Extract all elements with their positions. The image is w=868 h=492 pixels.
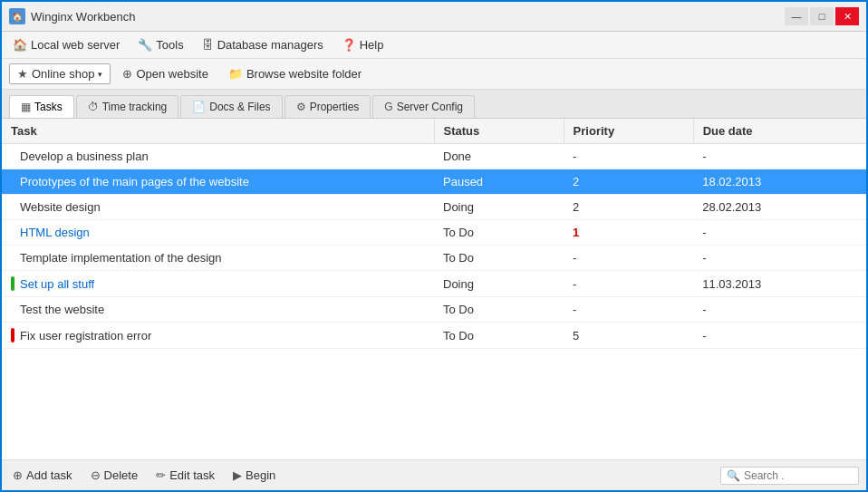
window-controls: — □ ✕ bbox=[785, 7, 859, 25]
table-header-row: Task Status Priority Due date bbox=[2, 119, 866, 144]
open-website-label: Open website bbox=[136, 67, 208, 81]
task-indicator-bar bbox=[11, 328, 14, 342]
task-priority: - bbox=[564, 297, 693, 323]
clock-icon: ⏱ bbox=[88, 101, 99, 113]
home-icon: 🏠 bbox=[13, 38, 27, 52]
minimize-button[interactable]: — bbox=[785, 7, 808, 25]
table-row[interactable]: Develop a business planDone-- bbox=[2, 144, 866, 169]
task-name: Develop a business plan bbox=[20, 150, 149, 163]
table-row[interactable]: HTML designTo Do1- bbox=[2, 220, 866, 246]
status-actions: ⊕ Add task ⊖ Delete ✏ Edit task ▶ Begin bbox=[9, 467, 279, 484]
search-input[interactable] bbox=[744, 469, 853, 482]
task-status: Doing bbox=[434, 271, 564, 297]
tab-time-tracking-label: Time tracking bbox=[102, 101, 168, 113]
task-cell: Test the website bbox=[11, 303, 425, 316]
tab-time-tracking[interactable]: ⏱ Time tracking bbox=[76, 95, 179, 118]
menu-help-label: Help bbox=[360, 38, 384, 52]
menu-tools[interactable]: 🔧 Tools bbox=[134, 36, 187, 53]
edit-task-button[interactable]: ✏ Edit task bbox=[152, 467, 218, 484]
table-row[interactable]: Website designDoing228.02.2013 bbox=[2, 195, 866, 220]
chevron-down-icon: ▾ bbox=[98, 70, 102, 79]
task-name: HTML design bbox=[20, 226, 90, 239]
close-button[interactable]: ✕ bbox=[835, 7, 859, 25]
table-row[interactable]: Prototypes of the main pages of the webs… bbox=[2, 169, 866, 195]
help-icon: ❓ bbox=[342, 38, 356, 52]
task-cell: HTML design bbox=[11, 226, 425, 239]
maximize-button[interactable]: □ bbox=[810, 7, 834, 25]
main-window: 🏠 Winginx Workbench — □ ✕ 🏠 Local web se… bbox=[0, 0, 868, 492]
begin-label: Begin bbox=[246, 468, 275, 482]
table-row[interactable]: Template implementation of the designTo … bbox=[2, 246, 866, 271]
tab-docs-files[interactable]: 📄 Docs & Files bbox=[180, 95, 282, 118]
search-icon: 🔍 bbox=[727, 469, 740, 482]
table-row[interactable]: Set up all stuffDoing-11.03.2013 bbox=[2, 271, 866, 297]
task-cell: Template implementation of the design bbox=[11, 251, 425, 265]
tab-server-config[interactable]: G Server Config bbox=[372, 95, 475, 118]
edit-icon: ✏ bbox=[156, 468, 166, 482]
delete-icon: ⊖ bbox=[91, 468, 101, 482]
globe-icon: ⊕ bbox=[122, 67, 132, 81]
tasks-icon: ▦ bbox=[21, 101, 31, 113]
database-icon: 🗄 bbox=[202, 38, 214, 52]
task-due-date: - bbox=[693, 144, 866, 169]
task-priority: 2 bbox=[564, 195, 693, 220]
open-website-button[interactable]: ⊕ Open website bbox=[114, 63, 217, 84]
menu-local-web-server[interactable]: 🏠 Local web server bbox=[9, 36, 123, 53]
tab-properties[interactable]: ⚙ Properties bbox=[285, 95, 371, 118]
task-name: Fix user registration error bbox=[20, 329, 151, 342]
task-name: Test the website bbox=[20, 303, 104, 316]
tools-icon: 🔧 bbox=[138, 38, 152, 52]
browse-folder-button[interactable]: 📁 Browse website folder bbox=[220, 63, 370, 84]
task-due-date: 28.02.2013 bbox=[693, 195, 866, 220]
folder-icon: 📁 bbox=[228, 67, 243, 81]
delete-label: Delete bbox=[104, 468, 139, 482]
task-due-date: - bbox=[693, 246, 866, 271]
task-priority: 2 bbox=[564, 169, 693, 195]
table-row[interactable]: Fix user registration errorTo Do5- bbox=[2, 323, 866, 349]
task-due-date: 11.03.2013 bbox=[693, 271, 866, 297]
menu-database-label: Database managers bbox=[217, 38, 323, 52]
begin-button[interactable]: ▶ Begin bbox=[229, 467, 279, 484]
play-icon: ▶ bbox=[233, 468, 242, 482]
task-priority: 1 bbox=[564, 220, 693, 246]
table-row[interactable]: Test the websiteTo Do-- bbox=[2, 297, 866, 323]
task-priority: - bbox=[564, 271, 693, 297]
task-cell: Fix user registration error bbox=[11, 328, 425, 342]
tab-tasks-label: Tasks bbox=[34, 101, 63, 113]
tab-docs-files-label: Docs & Files bbox=[209, 101, 270, 113]
task-cell: Prototypes of the main pages of the webs… bbox=[11, 175, 425, 188]
column-header-due-date: Due date bbox=[693, 119, 866, 144]
title-bar: 🏠 Winginx Workbench — □ ✕ bbox=[2, 2, 866, 32]
menu-help[interactable]: ❓ Help bbox=[338, 36, 388, 53]
delete-button[interactable]: ⊖ Delete bbox=[87, 467, 142, 484]
column-header-priority: Priority bbox=[564, 119, 693, 144]
server-icon: G bbox=[384, 101, 392, 113]
task-due-date: - bbox=[693, 220, 866, 246]
main-content: Task Status Priority Due date Develop a … bbox=[2, 119, 866, 459]
task-status: Doing bbox=[434, 195, 564, 220]
gear-icon: ⚙ bbox=[296, 101, 306, 113]
add-task-label: Add task bbox=[26, 468, 72, 482]
star-icon: ★ bbox=[17, 67, 28, 81]
menu-local-web-server-label: Local web server bbox=[31, 38, 120, 52]
app-icon: 🏠 bbox=[9, 8, 25, 24]
task-name: Website design bbox=[20, 200, 101, 214]
task-status: Done bbox=[434, 144, 564, 169]
toolbar: ★ Online shop ▾ ⊕ Open website 📁 Browse … bbox=[2, 59, 866, 90]
menu-database-managers[interactable]: 🗄 Database managers bbox=[198, 36, 327, 53]
task-priority: - bbox=[564, 246, 693, 271]
task-due-date: - bbox=[693, 297, 866, 323]
task-indicator-bar bbox=[11, 276, 14, 291]
tab-tasks[interactable]: ▦ Tasks bbox=[9, 95, 74, 118]
task-name: Template implementation of the design bbox=[20, 251, 222, 265]
task-name: Set up all stuff bbox=[20, 277, 94, 291]
tab-properties-label: Properties bbox=[310, 101, 360, 113]
task-cell: Website design bbox=[11, 200, 425, 214]
status-bar: ⊕ Add task ⊖ Delete ✏ Edit task ▶ Begin … bbox=[2, 459, 866, 490]
task-due-date: - bbox=[693, 323, 866, 349]
menu-tools-label: Tools bbox=[156, 38, 183, 52]
task-status: To Do bbox=[434, 246, 564, 271]
add-task-button[interactable]: ⊕ Add task bbox=[9, 467, 76, 484]
online-shop-button[interactable]: ★ Online shop ▾ bbox=[9, 63, 111, 84]
search-box[interactable]: 🔍 bbox=[720, 467, 859, 485]
